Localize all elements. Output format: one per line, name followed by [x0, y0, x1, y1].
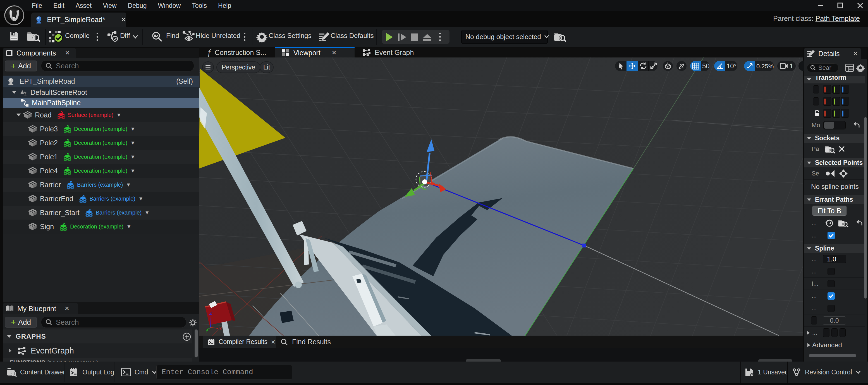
svg-text:Y: Y — [206, 329, 208, 333]
svg-text:Z: Z — [209, 311, 212, 316]
svg-text:X: X — [219, 326, 222, 331]
